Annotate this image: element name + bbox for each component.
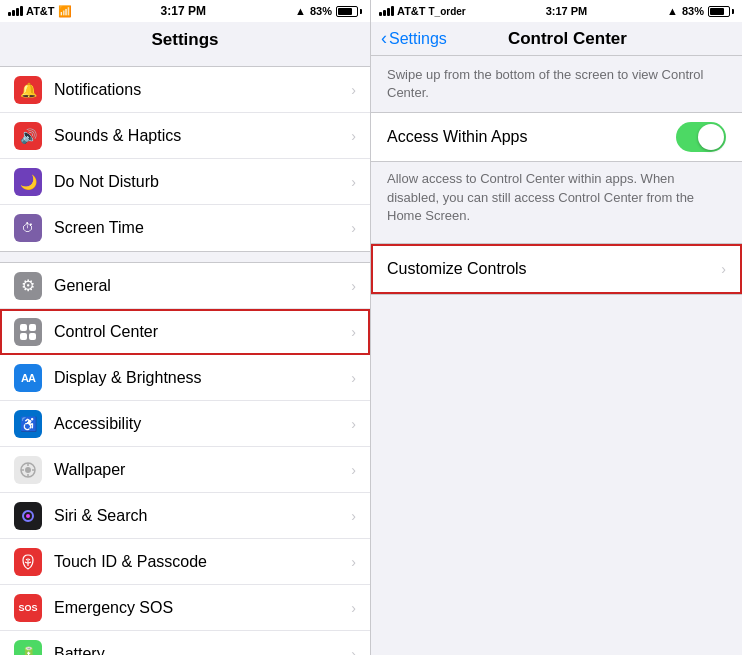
displaybrightness-label: Display & Brightness bbox=[54, 369, 351, 387]
left-battery-icon bbox=[336, 6, 362, 17]
general-icon: ⚙ bbox=[14, 272, 42, 300]
right-signal-bars bbox=[379, 6, 394, 16]
settings-row-notifications[interactable]: 🔔 Notifications › bbox=[0, 67, 370, 113]
accessibility-icon: ♿ bbox=[14, 410, 42, 438]
carrier-name: AT&T bbox=[26, 5, 55, 17]
settings-row-sounds[interactable]: 🔊 Sounds & Haptics › bbox=[0, 113, 370, 159]
sounds-label: Sounds & Haptics bbox=[54, 127, 351, 145]
sounds-icon: 🔊 bbox=[14, 122, 42, 150]
settings-row-controlcenter[interactable]: Control Center › bbox=[0, 309, 370, 355]
screentime-icon: ⏱ bbox=[14, 214, 42, 242]
svg-point-11 bbox=[26, 514, 30, 518]
left-time: 3:17 PM bbox=[161, 4, 206, 18]
settings-row-displaybrightness[interactable]: AA Display & Brightness › bbox=[0, 355, 370, 401]
toggle-label: Access Within Apps bbox=[387, 128, 676, 146]
customize-controls-row[interactable]: Customize Controls › bbox=[371, 244, 742, 294]
notifications-label: Notifications bbox=[54, 81, 351, 99]
settings-row-general[interactable]: ⚙ General › bbox=[0, 263, 370, 309]
screentime-label: Screen Time bbox=[54, 219, 351, 237]
wallpaper-label: Wallpaper bbox=[54, 461, 351, 479]
customize-label: Customize Controls bbox=[387, 260, 721, 278]
battery-icon: 🔋 bbox=[14, 640, 42, 655]
general-label: General bbox=[54, 277, 351, 295]
wallpaper-icon bbox=[14, 456, 42, 484]
settings-row-battery[interactable]: 🔋 Battery › bbox=[0, 631, 370, 655]
svg-point-5 bbox=[25, 467, 31, 473]
info-section-2: Allow access to Control Center within ap… bbox=[371, 162, 742, 241]
accessibility-label: Accessibility bbox=[54, 415, 351, 433]
settings-list: 🔔 Notifications › 🔊 Sounds & Haptics › 🌙… bbox=[0, 56, 370, 655]
settings-row-touchid[interactable]: Touch ID & Passcode › bbox=[0, 539, 370, 585]
right-status-right: ▲ 83% bbox=[667, 5, 734, 17]
touchid-label: Touch ID & Passcode bbox=[54, 553, 351, 571]
left-status-right: ▲ 83% bbox=[295, 5, 362, 17]
settings-row-wallpaper[interactable]: Wallpaper › bbox=[0, 447, 370, 493]
settings-title: Settings bbox=[0, 22, 370, 56]
battery-chevron: › bbox=[351, 646, 356, 655]
right-panel: AT&T T_order 3:17 PM ▲ 83% ‹ Settings Co… bbox=[371, 0, 742, 655]
svg-rect-3 bbox=[29, 333, 36, 340]
toggle-knob bbox=[698, 124, 724, 150]
settings-row-sos[interactable]: SOS Emergency SOS › bbox=[0, 585, 370, 631]
left-carrier: AT&T 📶 bbox=[8, 5, 72, 18]
right-carrier-t: T_order bbox=[429, 6, 466, 17]
general-chevron: › bbox=[351, 278, 356, 294]
donotdisturb-label: Do Not Disturb bbox=[54, 173, 351, 191]
right-carrier: AT&T T_order bbox=[379, 5, 466, 17]
siri-chevron: › bbox=[351, 508, 356, 524]
settings-group-2: ⚙ General › Control Center › bbox=[0, 262, 370, 655]
displaybrightness-chevron: › bbox=[351, 370, 356, 386]
controlcenter-label: Control Center bbox=[54, 323, 351, 341]
sounds-chevron: › bbox=[351, 128, 356, 144]
right-battery-icon bbox=[708, 6, 734, 17]
battery-label: Battery bbox=[54, 645, 351, 655]
customize-chevron-icon: › bbox=[721, 261, 726, 277]
siri-icon bbox=[14, 502, 42, 530]
siri-label: Siri & Search bbox=[54, 507, 351, 525]
info-text-1: Swipe up from the bottom of the screen t… bbox=[387, 67, 704, 100]
access-within-apps-toggle[interactable] bbox=[676, 122, 726, 152]
left-arrow-icon: ▲ bbox=[295, 5, 306, 17]
info-text-2: Allow access to Control Center within ap… bbox=[387, 171, 694, 222]
svg-rect-1 bbox=[29, 324, 36, 331]
settings-row-donotdisturb[interactable]: 🌙 Do Not Disturb › bbox=[0, 159, 370, 205]
signal-bars bbox=[8, 6, 23, 16]
controlcenter-chevron: › bbox=[351, 324, 356, 340]
controlcenter-icon bbox=[14, 318, 42, 346]
left-panel: AT&T 📶 3:17 PM ▲ 83% Settings 🔔 Notific bbox=[0, 0, 371, 655]
settings-row-screentime[interactable]: ⏱ Screen Time › bbox=[0, 205, 370, 251]
sos-icon: SOS bbox=[14, 594, 42, 622]
customize-section: Customize Controls › bbox=[371, 243, 742, 295]
wifi-icon: 📶 bbox=[58, 5, 72, 18]
right-nav-bar: ‹ Settings Control Center bbox=[371, 22, 742, 56]
accessibility-chevron: › bbox=[351, 416, 356, 432]
info-section-1: Swipe up from the bottom of the screen t… bbox=[371, 56, 742, 112]
wallpaper-chevron: › bbox=[351, 462, 356, 478]
right-carrier-name: AT&T bbox=[397, 5, 426, 17]
right-time: 3:17 PM bbox=[546, 5, 588, 17]
notifications-icon: 🔔 bbox=[14, 76, 42, 104]
touchid-chevron: › bbox=[351, 554, 356, 570]
back-chevron-icon: ‹ bbox=[381, 28, 387, 49]
sos-label: Emergency SOS bbox=[54, 599, 351, 617]
right-arrow-icon: ▲ bbox=[667, 5, 678, 17]
left-battery-pct: 83% bbox=[310, 5, 332, 17]
donotdisturb-chevron: › bbox=[351, 174, 356, 190]
screentime-chevron: › bbox=[351, 220, 356, 236]
right-battery-pct: 83% bbox=[682, 5, 704, 17]
settings-row-accessibility[interactable]: ♿ Accessibility › bbox=[0, 401, 370, 447]
sos-chevron: › bbox=[351, 600, 356, 616]
toggle-section[interactable]: Access Within Apps bbox=[371, 112, 742, 162]
right-content: Swipe up from the bottom of the screen t… bbox=[371, 56, 742, 655]
donotdisturb-icon: 🌙 bbox=[14, 168, 42, 196]
touchid-icon bbox=[14, 548, 42, 576]
notifications-chevron: › bbox=[351, 82, 356, 98]
displaybrightness-icon: AA bbox=[14, 364, 42, 392]
svg-rect-0 bbox=[20, 324, 27, 331]
right-status-bar: AT&T T_order 3:17 PM ▲ 83% bbox=[371, 0, 742, 22]
settings-group-1: 🔔 Notifications › 🔊 Sounds & Haptics › 🌙… bbox=[0, 66, 370, 252]
left-status-bar: AT&T 📶 3:17 PM ▲ 83% bbox=[0, 0, 370, 22]
svg-rect-2 bbox=[20, 333, 27, 340]
right-nav-title: Control Center bbox=[407, 29, 728, 49]
settings-row-siri[interactable]: Siri & Search › bbox=[0, 493, 370, 539]
